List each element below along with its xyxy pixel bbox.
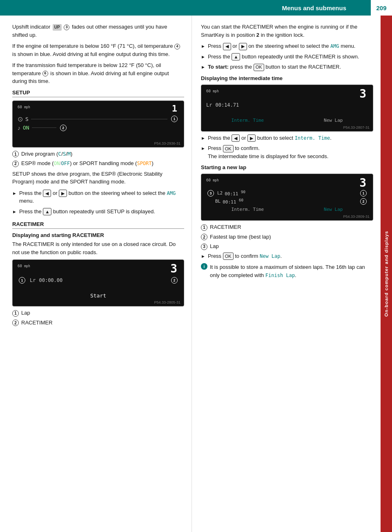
newlap-bottom-row: Interm. Time New Lap — [201, 207, 373, 212]
newlap-bl: BL — [215, 199, 220, 204]
interm-screen: 60 mph 3 Lr 00:14.71 Interm. Time New La… — [201, 85, 373, 132]
racetimer-speed: 60 mph — [18, 264, 30, 268]
setup-photo-ref: P54.33-2936-31 — [154, 141, 180, 145]
racetimer-lr: Lr — [30, 277, 36, 283]
racetimer-photo-ref: P54.33-2805-31 — [154, 300, 180, 304]
setup-number: 1 — [172, 103, 177, 114]
interm-ok-btn: OK — [223, 145, 234, 152]
interm-time-label: Interm. Time — [232, 118, 264, 123]
interm-bottom-row: Interm. Time New Lap — [201, 118, 373, 123]
newlap-leg2-text: Fastest lap time (best lap) — [210, 233, 271, 241]
setup-speed: 60 mph — [18, 105, 30, 109]
newlap-badge-3: 3 — [207, 190, 214, 197]
racetimer-section-title: RACETIMER — [12, 221, 184, 229]
interm-bullet-2: ► Press OK to confirm.The intermediate t… — [201, 144, 373, 160]
newlap-leg1-text: RACETIMER — [210, 223, 241, 231]
interm-photo-ref: P54.33-2807-31 — [343, 125, 370, 130]
setup-badge-1: 1 — [171, 116, 178, 122]
interm-right-btn: ▶ — [247, 134, 256, 142]
newlap-l2: L2 — [217, 190, 223, 196]
interm-section-title: Displaying the intermediate time — [201, 75, 373, 81]
right-bullet-1: ► Press ◀ or ▶ on the steering wheel to … — [201, 42, 373, 50]
newlap-num: 3 — [359, 176, 366, 190]
interm-arrow-2: ► — [201, 145, 205, 152]
setup-screen: 60 mph 1 ⊙ S 1 ♪ ON 2 P54.33-2936-31 — [12, 101, 184, 148]
bullet-arrow-1: ► — [12, 190, 17, 197]
setup-legend-2: 2 ESP® mode (ON/OFF) or SPORT handling m… — [12, 159, 184, 168]
upshift-para: Upshift indicator UP 3 fades out other m… — [12, 23, 184, 39]
setup-s-label: S — [25, 116, 29, 122]
right-btn: ▶ — [59, 190, 67, 197]
newlap-time1: 00:11 90 — [225, 190, 245, 197]
interm-newlap-label: New Lap — [324, 118, 343, 123]
newlap-photo-ref: P54.33-2809-31 — [343, 215, 370, 219]
newlap-row2: BL 00:11 60 2 — [206, 198, 368, 205]
trans-temp-para: If the transmission fluid temperature is… — [12, 61, 184, 85]
racetimer-legend-2: 2 RACETIMER — [12, 319, 184, 327]
right-arrow-3: ► — [201, 64, 205, 71]
right-arrow-2: ► — [201, 54, 205, 60]
interm-arrow-1: ► — [201, 135, 205, 142]
setup-row2: ♪ ON 2 — [18, 125, 68, 131]
newlap-ok-btn: OK — [223, 253, 234, 260]
right-bullet-3: ► To start: press the OK button to start… — [201, 63, 373, 71]
newlap-legend-3: 3 Lap — [201, 242, 373, 250]
setup-bullet-2: ► Press the ▲ button repeatedly until SE… — [12, 208, 184, 216]
racetimer-legend-1: 1 Lap — [12, 309, 184, 317]
side-tab: On-board computer and displays — [381, 16, 392, 532]
right-up-btn: ▲ — [232, 53, 240, 60]
oil-temp-para: If the engine oil temperature is below 1… — [12, 42, 184, 58]
setup-dash-row: ⊙ S 1 — [18, 115, 179, 123]
newlap-time2: 00:11 60 — [223, 198, 243, 205]
newlap-row1: 3 L2 00:11 90 1 — [206, 190, 368, 197]
racetimer-screen: 60 mph 3 1 Lr 00:00.00 2 Start P54.33-28… — [12, 259, 184, 306]
setup-on-label: ON — [23, 125, 29, 131]
setup-bullet-1: ► Press the ◀ or ▶ button on the steerin… — [12, 189, 184, 205]
newlap-section-title: Starting a new lap — [201, 164, 373, 170]
interm-time: 00:14.71 — [215, 102, 239, 108]
newlap-badge-1: 1 — [360, 190, 367, 197]
racetimer-leg1-text: Lap — [21, 309, 30, 317]
newlap-screen: 60 mph 3 3 L2 00:11 90 1 BL 00:11 60 2 — [201, 174, 373, 221]
newlap-legend-2: 2 Fastest lap time (best lap) — [201, 233, 373, 241]
right-bullet-2: ► Press the ▲ button repeatedly until th… — [201, 53, 373, 61]
right-column: You can start the RACETIMER when the eng… — [192, 16, 381, 532]
setup-line2 — [32, 127, 56, 128]
header-title: Menus and submenus — [0, 4, 371, 11]
racetimer-row: 1 Lr 00:00.00 2 — [18, 277, 179, 284]
setup-section-title: SETUP — [12, 89, 184, 97]
racetimer-leg2-text: RACETIMER — [21, 319, 53, 327]
newlap-arrow-1: ► — [201, 253, 205, 260]
setup-dash-line — [31, 119, 167, 119]
setup-music-icon: ♪ — [18, 125, 20, 131]
right-intro-para: You can start the RACETIMER when the eng… — [201, 23, 373, 39]
racetimer-time: 00:00.00 — [39, 277, 62, 283]
newlap-legend-1: 1 RACETIMER — [201, 223, 373, 231]
page-number: 209 — [371, 0, 392, 16]
setup-desc: SETUP shows the drive program, the ESP® … — [12, 170, 184, 186]
newlap-bullet-1: ► Press OK to confirm New Lap. — [201, 252, 373, 260]
interm-num: 3 — [359, 87, 366, 101]
racetimer-desc: The RACETIMER is only intended for use o… — [12, 240, 184, 256]
interm-lr: Lr — [206, 102, 212, 108]
content-area: Upshift indicator UP 3 fades out other m… — [0, 16, 392, 532]
info-icon: i — [201, 263, 207, 270]
racetimer-num: 3 — [170, 262, 177, 275]
racetimer-sub-title: Displaying and starting RACETIMER — [12, 232, 184, 238]
newlap-leg3-text: Lap — [210, 242, 219, 250]
right-arrow-1: ► — [201, 43, 205, 50]
setup-dash-icon: ⊙ — [18, 115, 23, 123]
interm-row: Lr 00:14.71 — [206, 102, 368, 108]
newlap-speed: 60 mph — [206, 178, 219, 182]
newlap-interm-label: Interm. Time — [232, 207, 264, 212]
main-layout: Upshift indicator UP 3 fades out other m… — [0, 16, 392, 532]
newlap-newlap-label: New Lap — [324, 207, 343, 212]
left-btn: ◀ — [43, 190, 51, 197]
setup-badge-2: 2 — [60, 125, 67, 131]
info-item: i It is possible to store a maximum of s… — [201, 263, 373, 279]
newlap-badge-2: 2 — [360, 198, 367, 205]
racetimer-badge-2: 2 — [171, 277, 178, 284]
interm-left-btn: ◀ — [232, 134, 240, 142]
racetimer-badge-1: 1 — [19, 277, 25, 284]
left-column: Upshift indicator UP 3 fades out other m… — [0, 16, 192, 532]
